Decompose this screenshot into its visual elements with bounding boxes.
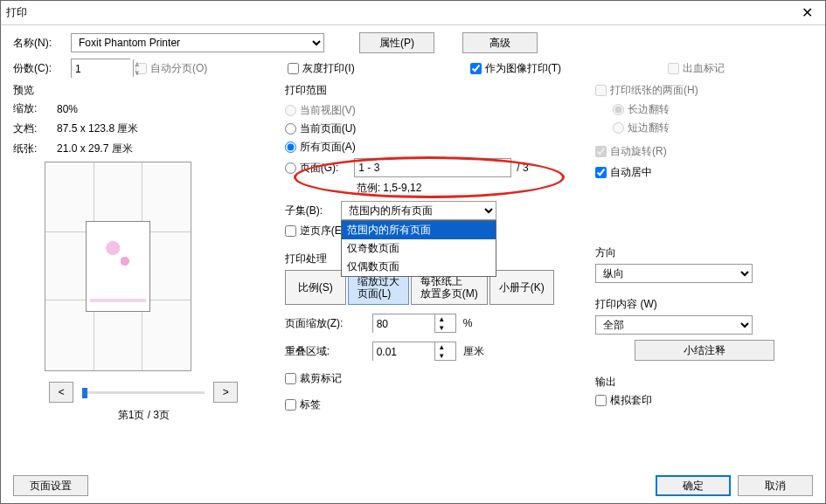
- auto-rotate-checkbox: 自动旋转(R): [595, 144, 667, 159]
- overlap-unit: 厘米: [463, 344, 484, 359]
- tab-scale[interactable]: 比例(S): [285, 270, 346, 305]
- radio-current-page[interactable]: 当前页面(U): [285, 121, 585, 136]
- preview-title: 预览: [13, 83, 274, 98]
- spinner-down-icon[interactable]: ▼: [435, 323, 448, 332]
- preview-page-indicator: 第1页 / 3页: [13, 408, 274, 423]
- print-as-image-checkbox[interactable]: 作为图像打印(T): [470, 61, 561, 76]
- page-zoom-input[interactable]: [373, 314, 434, 334]
- printer-name-label: 名称(N):: [13, 36, 66, 51]
- doc-label: 文档:: [13, 121, 52, 136]
- preview-next-button[interactable]: >: [213, 382, 238, 403]
- radio-short-edge: 短边翻转: [613, 121, 813, 135]
- orientation-title: 方向: [595, 245, 813, 260]
- copies-input[interactable]: [72, 59, 133, 79]
- copies-label: 份数(C):: [13, 61, 66, 76]
- subset-option[interactable]: 仅偶数页面: [342, 258, 496, 276]
- overlap-label: 重叠区域:: [285, 344, 365, 359]
- print-content-title: 打印内容 (W): [595, 297, 813, 312]
- preview-thumbnail: [45, 162, 191, 371]
- cancel-button[interactable]: 取消: [738, 475, 813, 496]
- subset-label: 子集(B):: [285, 201, 334, 218]
- zoom-value: 80%: [57, 103, 78, 115]
- pages-input[interactable]: [354, 158, 511, 177]
- pages-example: 范例: 1,5-9,12: [357, 181, 585, 196]
- grayscale-checkbox[interactable]: 灰度打印(I): [288, 61, 354, 76]
- collate-checkbox: 自动分页(O): [135, 61, 207, 76]
- paper-size: 21.0 x 29.7 厘米: [57, 142, 133, 156]
- preview-page: [86, 221, 150, 312]
- overlap-spinner[interactable]: ▲▼: [372, 342, 456, 361]
- both-sides-checkbox: 打印纸张的两面(H): [595, 83, 698, 98]
- preview-prev-button[interactable]: <: [49, 382, 73, 403]
- reverse-order-checkbox[interactable]: 逆页序(E): [285, 224, 345, 238]
- printer-select[interactable]: Foxit Phantom Printer: [71, 33, 324, 52]
- window-title: 打印: [6, 5, 795, 20]
- preview-slider[interactable]: [82, 391, 205, 394]
- total-pages: / 3: [517, 162, 528, 174]
- bleed-marks-checkbox: 出血标记: [668, 61, 725, 76]
- summary-comments-button[interactable]: 小结注释: [635, 340, 774, 361]
- spinner-up-icon[interactable]: ▲: [435, 342, 448, 351]
- subset-option[interactable]: 范围内的所有页面: [342, 221, 496, 239]
- subset-select[interactable]: 范围内的所有页面: [341, 201, 496, 220]
- page-zoom-spinner[interactable]: ▲▼: [372, 314, 456, 333]
- spinner-down-icon[interactable]: ▼: [435, 351, 448, 360]
- auto-center-checkbox[interactable]: 自动居中: [595, 165, 652, 180]
- orientation-select[interactable]: 纵向: [595, 264, 753, 283]
- radio-current-view: 当前视图(V): [285, 103, 585, 118]
- radio-pages[interactable]: 页面(G):: [285, 161, 339, 176]
- output-title: 输出: [595, 375, 813, 390]
- print-range-title: 打印范围: [285, 83, 585, 98]
- close-icon[interactable]: ✕: [795, 4, 820, 21]
- page-zoom-unit: %: [463, 317, 473, 329]
- print-content-select[interactable]: 全部: [595, 315, 753, 335]
- ok-button[interactable]: 确定: [656, 475, 731, 496]
- radio-long-edge: 长边翻转: [613, 102, 813, 117]
- tags-checkbox[interactable]: 标签: [285, 397, 321, 412]
- overlap-input[interactable]: [373, 342, 434, 362]
- spinner-up-icon[interactable]: ▲: [435, 314, 448, 323]
- zoom-label: 缩放:: [13, 101, 52, 116]
- properties-button[interactable]: 属性(P): [359, 32, 434, 53]
- radio-all-pages[interactable]: 所有页面(A): [285, 140, 585, 155]
- advanced-button[interactable]: 高级: [462, 32, 538, 53]
- tab-booklet[interactable]: 小册子(K): [489, 270, 554, 305]
- page-zoom-label: 页面缩放(Z):: [285, 316, 365, 331]
- cut-marks-checkbox[interactable]: 裁剪标记: [285, 371, 342, 386]
- copies-spinner[interactable]: ▲▼: [71, 59, 130, 78]
- subset-dropdown-list[interactable]: 范围内的所有页面 仅奇数页面 仅偶数页面: [341, 220, 496, 277]
- paper-label: 纸张:: [13, 142, 52, 156]
- page-setup-button[interactable]: 页面设置: [13, 475, 88, 496]
- titlebar: 打印 ✕: [1, 1, 825, 25]
- subset-option[interactable]: 仅奇数页面: [342, 239, 496, 258]
- doc-size: 87.5 x 123.8 厘米: [57, 121, 138, 136]
- simulate-overprint-checkbox[interactable]: 模拟套印: [595, 393, 652, 408]
